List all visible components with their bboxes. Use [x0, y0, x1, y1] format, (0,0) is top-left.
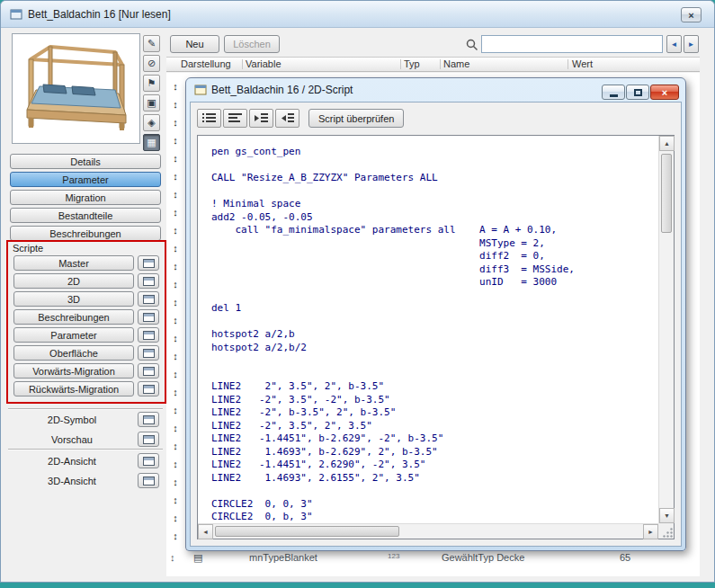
2d-ansicht-label: 2D-Ansicht [10, 453, 134, 468]
scroll-up-icon: ▲ [664, 140, 670, 147]
column-divider [400, 59, 401, 69]
divider [8, 449, 163, 450]
open-vorwaerts-migration-window-button[interactable] [138, 363, 159, 379]
script-rueckwaerts-migration-button[interactable]: Rückwärts-Migration [13, 381, 134, 396]
updown-arrow-icon: ↕ [168, 527, 183, 545]
script-row-2d: 2D [13, 273, 159, 289]
nav-bestandteile-button[interactable]: Bestandteile [10, 208, 161, 223]
box-tool-button[interactable]: ▣ [143, 94, 160, 111]
updown-arrow-icon: ↕ [168, 419, 183, 437]
code-editor[interactable]: pen gs_cont_pen CALL "Resize_A_B_ZZYZX" … [197, 135, 675, 539]
table-row[interactable]: ↕ ▤ mnTypeBlanket 123 GewähltTyp Decke 6… [166, 550, 700, 568]
col-variable: Variable [246, 58, 282, 69]
line-list-button[interactable] [223, 109, 247, 128]
open-parameter-window-button[interactable] [138, 327, 159, 343]
app-icon [10, 8, 22, 21]
open-master-window-button[interactable] [138, 255, 159, 271]
window-icon [143, 295, 155, 304]
vertical-scrollbar-thumb[interactable] [661, 154, 672, 233]
close-icon[interactable]: × [681, 7, 702, 22]
updown-arrow-icon: ↕ [168, 221, 183, 239]
script-2d-button[interactable]: 2D [13, 273, 134, 289]
search-input[interactable] [481, 35, 663, 53]
col-typ: Typ [404, 58, 420, 69]
script-row-beschreibungen: Beschreibungen [13, 309, 159, 325]
script-window-title: Bett_Baldachin 16 / 2D-Script [211, 78, 353, 102]
nav-migration-button[interactable]: Migration [10, 190, 161, 205]
delete-button[interactable]: Löschen [224, 35, 280, 53]
diamond-tool-button[interactable]: ◈ [143, 114, 160, 131]
script-master-button[interactable]: Master [13, 255, 134, 271]
vertical-scrollbar[interactable]: ▲ ▼ [658, 136, 674, 523]
updown-arrow-icon: ↕ [168, 167, 183, 185]
open-2d-ansicht-window-button[interactable] [138, 453, 159, 468]
open-3d-ansicht-window-button[interactable] [138, 473, 159, 488]
film-icon: ▦ [147, 137, 156, 148]
row-variable: mnTypeBlanket [249, 552, 317, 563]
scroll-down-button[interactable]: ▼ [659, 508, 675, 523]
script-parameter-button[interactable]: Parameter [13, 327, 134, 343]
box-icon: ▣ [147, 97, 156, 109]
minimize-button[interactable] [602, 85, 625, 100]
open-2d-symbol-window-button[interactable] [138, 412, 159, 427]
window-icon [143, 415, 155, 424]
window-icon [143, 349, 155, 358]
script-window-client: Script überprüfen pen gs_cont_pen CALL "… [190, 102, 682, 547]
scroll-down-icon: ▼ [664, 512, 670, 519]
script-3d-button[interactable]: 3D [13, 291, 134, 307]
scroll-up-button[interactable]: ▲ [659, 136, 675, 151]
updown-arrow-icon: ↕ [168, 203, 183, 221]
col-darstellung: Darstellung [181, 58, 231, 69]
search-next-button[interactable]: ► [684, 35, 699, 53]
flag-tool-button[interactable]: ⚑ [143, 75, 160, 92]
horizontal-scrollbar[interactable]: ◄ ► [198, 523, 658, 539]
col-wert: Wert [572, 58, 593, 69]
updown-arrow-icon: ↕ [168, 185, 183, 203]
updown-arrow-icon: ↕ [168, 437, 183, 455]
object-preview [12, 33, 140, 144]
indent-right-button[interactable] [249, 109, 273, 128]
script-code[interactable]: pen gs_cont_pen CALL "Resize_A_B_ZZYZX" … [199, 137, 657, 522]
open-3d-window-button[interactable] [138, 291, 159, 307]
close-button[interactable]: × [650, 85, 679, 100]
film-tool-button[interactable]: ▦ [143, 134, 160, 151]
indent-left-button[interactable] [275, 109, 299, 128]
outline-list-button[interactable] [197, 109, 221, 128]
3d-ansicht-label: 3D-Ansicht [10, 473, 134, 488]
open-rueckwaerts-migration-window-button[interactable] [138, 381, 159, 396]
search-prev-button[interactable]: ◄ [666, 35, 682, 53]
main-titlebar[interactable]: Bett_Baldachin 16 [Nur lesen] × [1, 1, 714, 28]
updown-arrow-icon: ↕ [168, 257, 183, 275]
flag-icon: ⚑ [147, 77, 156, 89]
scroll-left-button[interactable]: ◄ [198, 524, 213, 539]
script-window-titlebar[interactable]: Bett_Baldachin 16 / 2D-Script × [186, 78, 685, 102]
updown-arrow-icon: ↕ [168, 455, 183, 473]
section-nav: Details Parameter Migration Bestandteile… [10, 154, 161, 241]
scroll-right-button[interactable]: ► [643, 524, 658, 539]
window-icon [143, 477, 155, 486]
horizontal-scrollbar-thumb[interactable] [215, 526, 399, 537]
ellipse-tool-button[interactable]: ⊘ [143, 55, 160, 72]
nav-parameter-button[interactable]: Parameter [10, 172, 161, 187]
pencil-tool-button[interactable]: ✎ [143, 35, 160, 52]
script-button-list: Master 2D 3D Beschreibungen Parameter Ob… [13, 255, 159, 396]
updown-arrow-icon: ↕ [168, 347, 183, 365]
updown-arrow-icon: ↕ [168, 383, 183, 401]
open-2d-window-button[interactable] [138, 273, 159, 289]
nav-beschreibungen-button[interactable]: Beschreibungen [10, 226, 161, 241]
open-beschreibungen-window-button[interactable] [138, 309, 159, 325]
new-button[interactable]: Neu [170, 35, 219, 53]
nav-details-button[interactable]: Details [10, 154, 161, 169]
window-icon [143, 331, 155, 340]
maximize-button[interactable] [626, 85, 649, 100]
script-vorwaerts-migration-button[interactable]: Vorwärts-Migration [13, 363, 134, 379]
script-oberflaeche-button[interactable]: Oberfläche [13, 345, 134, 361]
updown-arrow-icon: ↕ [168, 239, 183, 257]
open-vorschau-window-button[interactable] [138, 432, 159, 447]
resize-grip[interactable] [658, 523, 674, 539]
open-oberflaeche-window-button[interactable] [138, 345, 159, 361]
check-script-button[interactable]: Script überprüfen [308, 109, 404, 128]
vorschau-label: Vorschau [10, 432, 134, 447]
script-row-oberflaeche: Oberfläche [13, 345, 159, 361]
script-beschreibungen-button[interactable]: Beschreibungen [13, 309, 134, 325]
